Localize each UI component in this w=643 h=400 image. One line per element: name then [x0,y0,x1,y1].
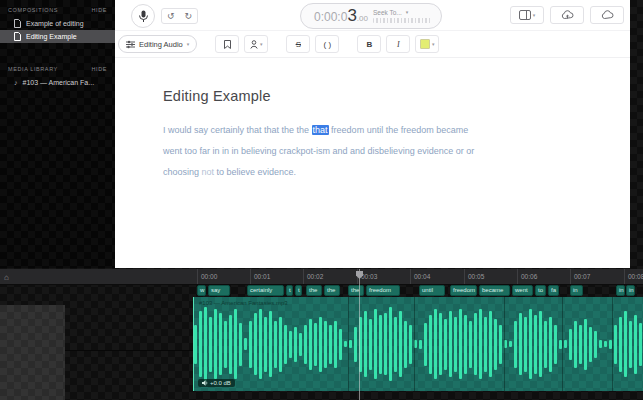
word-chip[interactable]: until [419,285,445,296]
word-chip[interactable]: to [535,285,546,296]
waveform-bar [234,309,237,379]
sync-button[interactable] [590,6,624,24]
undo-icon[interactable]: ↺ [162,10,180,23]
record-button[interactable] [131,4,155,28]
waveform-bar [324,321,327,368]
waveform-bar [469,321,472,368]
waveform-bar [639,323,642,366]
word-chip[interactable]: the [306,285,322,296]
strikethrough-button[interactable]: S [286,35,310,53]
word-chip[interactable]: w [197,285,206,296]
share-button[interactable] [550,6,584,24]
bookmark-button[interactable] [215,35,239,53]
word-chip[interactable]: t [286,285,293,296]
waveform-bar [589,327,592,362]
waveform-bar [194,325,197,364]
waveform-bar [279,317,282,372]
word-chip[interactable]: became [479,285,510,296]
waveform-bar [519,313,522,375]
audio-clip[interactable]: #103 — American Fantasies.mp3 +0.0 dB [193,297,643,391]
waveform-bar [304,325,307,364]
waveform-bar [509,341,512,347]
media-library-hide-button[interactable]: HIDE [91,66,107,72]
transcript-text[interactable]: I would say certainly that that the the … [163,120,630,183]
waveform-bar [379,315,382,374]
sidebar-item-example-of-editing[interactable]: Example of editing [0,17,115,30]
bold-button[interactable]: B [357,35,381,53]
word-chip[interactable]: freedom [366,285,400,296]
waveform-bar [274,321,277,368]
word-chip[interactable]: certainly [247,285,284,296]
chevron-down-icon: ▾ [406,10,409,15]
waveform-bar [489,311,492,377]
word-chip[interactable]: freedom [450,285,477,296]
waveform-bar [294,327,297,362]
waveform-bar [364,311,367,377]
waveform-bar [349,340,352,348]
waveform-bar [394,317,397,372]
transport-timer: 0:00:0 3 .00 Seek To... ▾ [300,3,442,29]
word-chip[interactable]: in [616,285,625,296]
compositions-header: COMPOSITIONS HIDE [0,0,115,17]
timeline: ⌂ 00:0000:0100:0200:0300:0400:0500:0600:… [0,268,643,400]
transcript-line[interactable]: choosing not to believe evidence. [163,162,630,183]
waveform-bar [439,313,442,375]
waveform-bar [314,323,317,366]
waveform-bar [254,313,257,375]
waveform-bar [424,323,427,366]
italic-button[interactable]: I [386,35,410,53]
waveform-bar [544,321,547,368]
compositions-label: COMPOSITIONS [8,7,58,13]
gain-badge[interactable]: +0.0 dB [198,379,235,387]
transcript-line[interactable]: I would say certainly that that the the … [163,120,630,141]
clip-boundary[interactable] [414,297,415,391]
waveform-bar [374,309,377,379]
layout-columns-icon [519,10,531,20]
waveform-bar [269,311,272,377]
audio-file-icon: ♪ [14,79,18,86]
word-chip[interactable]: the [348,285,364,296]
waveform-bar [339,329,342,360]
parentheses-button[interactable]: ( ) [315,35,339,53]
word-chip[interactable]: the [324,285,340,296]
word-chip[interactable]: fa [548,285,559,296]
sidebar-item-label: Example of editing [26,20,84,27]
waveform-bar [404,321,407,368]
sidebar-item-media-file[interactable]: ♪ #103 — American Fa... [0,76,115,89]
waveform-bar [554,325,557,364]
transcript-line[interactable]: went too far in in in believing crackpot… [163,141,630,162]
clip-boundary[interactable] [504,297,505,391]
waveform-bar [524,317,527,372]
composition-title[interactable]: Editing Example [163,88,630,104]
waveform-bar [204,307,207,381]
editing-mode-dropdown[interactable]: Editing Audio ▾ [118,35,197,53]
ruler-tick: 00:02 [303,269,323,284]
clip-boundary[interactable] [562,297,563,391]
clip-boundary[interactable] [348,297,349,391]
audio-track-area: #103 — American Fantasies.mp3 +0.0 dB [0,297,643,391]
word-chip[interactable]: t [295,285,302,296]
playhead-line[interactable] [359,269,360,400]
word-chip[interactable]: in [570,285,583,296]
timeline-home-icon[interactable]: ⌂ [4,270,9,285]
compositions-hide-button[interactable]: HIDE [91,7,107,13]
transcript-editor[interactable]: Editing Example I would say certainly th… [115,58,630,183]
seek-to-dropdown[interactable]: Seek To... ▾ [373,9,441,23]
ruler-tick: 00:07 [570,269,590,284]
word-chip[interactable]: in [626,285,635,296]
waveform-bar [634,315,637,374]
media-library-header: MEDIA LIBRARY HIDE [0,59,115,76]
sidebar-item-editing-example[interactable]: Editing Example [0,30,115,43]
waveform-bar [594,331,597,358]
speaker-label-dropdown[interactable]: ▾ [244,35,268,53]
highlight-color-dropdown[interactable]: ▾ [415,35,439,53]
selected-word[interactable]: that [312,125,329,135]
word-chip[interactable]: went [512,285,533,296]
layout-toggle-button[interactable]: ▾ [510,6,544,24]
ruler-tick: 00:01 [250,269,270,284]
word-chip[interactable]: say [208,285,230,296]
clip-boundary[interactable] [612,297,613,391]
timeline-ruler[interactable]: ⌂ 00:0000:0100:0200:0300:0400:0500:0600:… [0,269,643,285]
redo-icon[interactable]: ↻ [180,10,198,23]
seek-scrubber[interactable] [373,18,431,23]
